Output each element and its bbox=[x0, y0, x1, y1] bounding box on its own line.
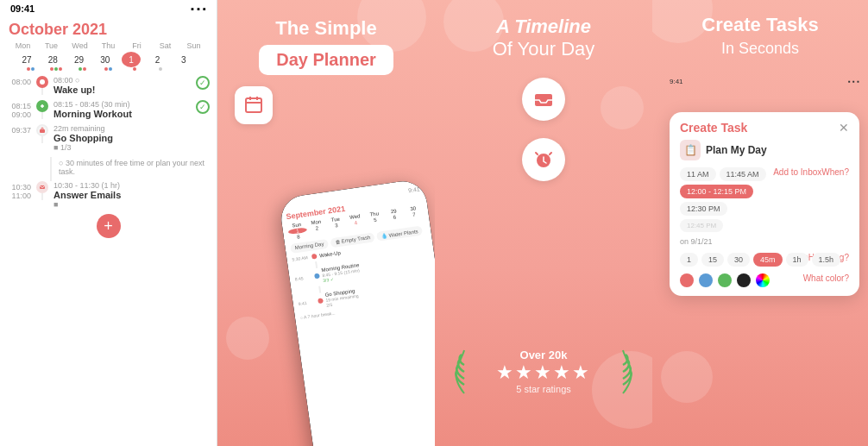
modal-header: Create Task ✕ bbox=[680, 121, 849, 135]
task-icon bbox=[36, 76, 48, 88]
cal-day: 2 bbox=[148, 52, 167, 67]
decoration-bubble-p4-2 bbox=[661, 351, 713, 403]
time-pills: 11 AM 11:45 AM 12:00 - 12:15 PM 12:30 PM… bbox=[680, 167, 773, 232]
status-time: 09:41 bbox=[10, 3, 35, 14]
panel4-title-line1: Create Tasks bbox=[701, 14, 818, 36]
task-content-shopping: 22m remaining Go Shopping ■ 1/3 bbox=[53, 124, 210, 152]
color-rainbow[interactable] bbox=[756, 273, 770, 287]
star-rating: ★★★★★ bbox=[496, 361, 591, 384]
modal-title-accent: Task bbox=[720, 121, 747, 135]
svg-rect-1 bbox=[40, 129, 45, 133]
task-content-email: 10:30 - 11:30 (1 hr) Answer Emails ■ bbox=[53, 181, 210, 209]
panel3-title-line1: A Timeline bbox=[496, 16, 591, 38]
time-pill-1245[interactable]: 12:45 PM bbox=[680, 219, 723, 232]
calendar-days-header: Mon Tue Wed Thu Fri Sat Sun bbox=[9, 41, 208, 50]
task-icon-email bbox=[36, 181, 48, 193]
duration-30[interactable]: 30 bbox=[727, 253, 750, 267]
task-icon-workout bbox=[36, 100, 48, 112]
calendar-year: 2021 bbox=[72, 21, 107, 38]
time-pill-1200[interactable]: 12:00 - 12:15 PM bbox=[680, 185, 753, 198]
free-time-note: ○ 30 minutes of free time or plan your n… bbox=[50, 157, 210, 181]
duration-45m[interactable]: 45m bbox=[753, 253, 783, 267]
cal-day: 28 bbox=[43, 52, 62, 67]
panel4-title-line2: In Seconds bbox=[721, 40, 799, 58]
color-swatches bbox=[680, 273, 803, 287]
svg-rect-3 bbox=[246, 98, 261, 112]
panel3-title-line2: Of Your Day bbox=[493, 38, 595, 60]
time-pill-1230[interactable]: 12:30 PM bbox=[680, 202, 727, 216]
duration-row: 1 15 30 45m 1h 1.5h bbox=[680, 253, 789, 267]
modal-phone-status: 9:41 ▪ ▪ ▪ bbox=[670, 78, 859, 85]
on-date: on 9/1/21 bbox=[680, 237, 849, 246]
decoration-bubble-2 bbox=[226, 317, 269, 360]
color-green[interactable] bbox=[718, 273, 732, 287]
calendar-dots-row bbox=[9, 67, 208, 71]
svg-rect-2 bbox=[40, 185, 45, 189]
alarm-icon-box bbox=[522, 138, 565, 181]
plan-label: Plan My Day bbox=[706, 144, 767, 156]
panel-day-planner: The Simple Day Planner 9:41 September 20… bbox=[217, 0, 435, 446]
cal-day: 30 bbox=[96, 52, 115, 67]
over-20k-text: Over 20k bbox=[496, 349, 591, 361]
inbox-icon-box bbox=[522, 78, 565, 121]
laurel-left bbox=[450, 346, 478, 401]
calendar-header: October 2021 Mon Tue Wed Thu Fri Sat Sun… bbox=[0, 17, 217, 76]
timeline: 08:00 08:00 ○ Wake up! ✓ 08:1509:00 bbox=[0, 76, 217, 238]
cal-day: 27 bbox=[17, 52, 36, 67]
duration-1[interactable]: 1 bbox=[680, 253, 698, 267]
plan-icon: 📋 bbox=[680, 140, 701, 160]
add-to-inbox-btn[interactable]: Add to Inbox bbox=[773, 167, 821, 177]
task-check: ✓ bbox=[196, 76, 210, 90]
duration-1h[interactable]: 1h bbox=[786, 253, 808, 267]
panel-phone-screenshot: 09:41 ▪ ▪ ▪ October 2021 Mon Tue Wed Thu… bbox=[0, 0, 217, 446]
status-icons: ▪ ▪ ▪ bbox=[191, 3, 206, 14]
panel-timeline: A Timeline Of Your Day Over 20k ★★★★★ 5 … bbox=[435, 0, 652, 446]
phone-mockup-panel2: 9:41 September 2021 SunMonTueWedThu 2930… bbox=[279, 179, 435, 446]
modal-close-button[interactable]: ✕ bbox=[839, 121, 849, 135]
duration-15[interactable]: 15 bbox=[701, 253, 724, 267]
task-block-shopping: 09:37 22m remaining Go Shopping ■ 1/3 bbox=[7, 124, 210, 152]
time-pill-11am[interactable]: 11 AM bbox=[680, 167, 716, 181]
color-red[interactable] bbox=[680, 273, 694, 287]
task-content-workout: 08:15 - 08:45 (30 min) Morning Workout bbox=[53, 100, 191, 119]
color-black[interactable] bbox=[737, 273, 751, 287]
modal-title: Create Task bbox=[680, 121, 747, 135]
calendar-title: October 2021 bbox=[9, 21, 208, 39]
cal-day: 29 bbox=[70, 52, 89, 67]
color-blue[interactable] bbox=[699, 273, 713, 287]
task-check-workout: ✓ bbox=[196, 100, 210, 114]
laurel-right bbox=[609, 346, 637, 401]
calendar-month: October bbox=[9, 21, 68, 38]
stars-section: Over 20k ★★★★★ 5 star ratings bbox=[496, 349, 591, 394]
decoration-bubble-p3-2 bbox=[601, 86, 644, 129]
task-block-email: 10:3011:00 10:30 - 11:30 (1 hr) Answer E… bbox=[7, 181, 210, 209]
svg-point-0 bbox=[40, 79, 45, 85]
panel2-title-line2: Day Planner bbox=[259, 45, 393, 75]
cal-day-today: 1 bbox=[122, 52, 141, 67]
panel2-title-line1: The Simple bbox=[275, 17, 376, 40]
create-task-modal: Create Task ✕ 📋 Plan My Day When? Add to… bbox=[670, 112, 859, 296]
time-pill-1145[interactable]: 11:45 AM bbox=[720, 167, 766, 181]
status-bar: 09:41 ▪ ▪ ▪ bbox=[0, 0, 217, 17]
star-count-label: 5 star ratings bbox=[496, 384, 591, 394]
calendar-grid: 27 28 29 30 1 2 3 bbox=[9, 52, 208, 67]
task-block-workout: 08:1509:00 08:15 - 08:45 (30 min) Mornin… bbox=[7, 100, 210, 119]
plan-my-day-row: 📋 Plan My Day bbox=[680, 140, 849, 160]
task-content: 08:00 ○ Wake up! bbox=[53, 76, 191, 95]
cal-day: 3 bbox=[174, 52, 193, 67]
panel-create-tasks: Create Tasks In Seconds 9:41 ▪ ▪ ▪ Creat… bbox=[652, 0, 868, 446]
duration-1-5h[interactable]: 1.5h bbox=[812, 253, 841, 267]
task-block-wakeup: 08:00 08:00 ○ Wake up! ✓ bbox=[7, 76, 210, 95]
task-icon-shopping bbox=[36, 124, 48, 136]
add-task-button[interactable]: + bbox=[97, 214, 121, 238]
calendar-icon-box bbox=[235, 86, 273, 124]
